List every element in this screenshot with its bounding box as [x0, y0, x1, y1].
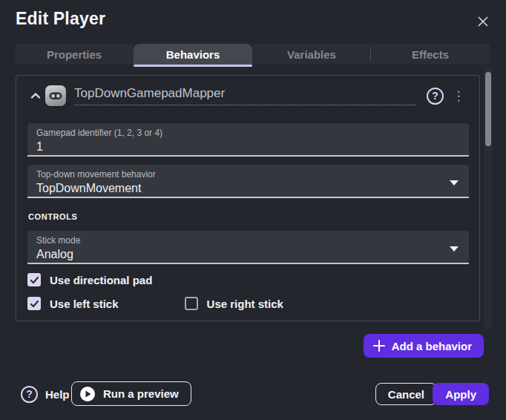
checkbox-label: Use directional pad [50, 274, 152, 286]
field-value: 1 [36, 139, 460, 154]
field-value: TopDownMovement [36, 180, 460, 196]
apply-button[interactable]: Apply [433, 383, 489, 405]
checkbox-label: Use right stick [207, 298, 283, 310]
movement-behavior-select[interactable]: Top-down movement behavior TopDownMoveme… [27, 165, 469, 198]
kebab-glyph: ⋮ [453, 88, 465, 104]
behavior-name-field[interactable]: TopDownGamepadMapper [74, 86, 416, 105]
gamepad-icon [45, 85, 66, 106]
field-value: Analog [36, 246, 460, 262]
behaviors-list-panel: TopDownGamepadMapper ? ⋮ Gamepad identif… [16, 75, 480, 321]
tab-label: Effects [412, 48, 449, 61]
help-label: Help [45, 388, 70, 401]
chevron-down-icon [450, 246, 459, 252]
run-preview-button[interactable]: Run a preview [71, 381, 191, 406]
field-label: Top-down movement behavior [36, 169, 460, 180]
stick-mode-select[interactable]: Stick mode Analog [27, 231, 469, 264]
add-behavior-label: Add a behavior [392, 340, 472, 352]
checkbox-label: Use left stick [50, 298, 119, 310]
cancel-label: Cancel [388, 388, 424, 401]
behavior-help-icon[interactable]: ? [427, 88, 444, 105]
tab-behaviors[interactable]: Behaviors [134, 44, 252, 65]
field-label: Gamepad identifier (1, 2, 3 or 4) [36, 128, 460, 138]
directional-pad-row: Use directional pad [27, 273, 152, 286]
play-icon [79, 386, 96, 402]
tab-variables[interactable]: Variables [252, 44, 371, 65]
run-preview-label: Run a preview [103, 387, 179, 400]
question-mark-glyph: ? [432, 90, 438, 102]
plus-icon [372, 339, 386, 352]
right-stick-checkbox[interactable] [185, 297, 198, 310]
sticks-row: Use left stick Use right stick [27, 297, 283, 310]
check-icon [30, 299, 39, 309]
collapse-behavior-button[interactable] [27, 87, 45, 105]
chevron-down-icon [450, 180, 459, 186]
controls-section-label: CONTROLS [28, 212, 78, 221]
directional-pad-checkbox[interactable] [27, 273, 41, 286]
left-stick-checkbox[interactable] [27, 297, 41, 310]
scrollbar-thumb[interactable] [485, 72, 491, 146]
chevron-up-icon [30, 90, 42, 102]
check-icon [30, 275, 39, 285]
tab-label: Variables [287, 48, 336, 61]
tab-bar: Properties Behaviors Variables Effects [15, 44, 490, 67]
behavior-menu-icon[interactable]: ⋮ [453, 87, 464, 105]
gamepad-identifier-input[interactable]: Gamepad identifier (1, 2, 3 or 4) 1 [27, 123, 469, 157]
field-label: Stick mode [36, 235, 460, 246]
cancel-button[interactable]: Cancel [375, 383, 437, 405]
question-mark-glyph: ? [26, 388, 33, 400]
behavior-header: TopDownGamepadMapper ? ⋮ [27, 83, 464, 108]
tab-effects[interactable]: Effects [371, 44, 490, 65]
close-icon[interactable] [475, 13, 491, 30]
tab-label: Behaviors [166, 48, 220, 61]
tab-label: Properties [47, 48, 102, 61]
apply-label: Apply [445, 388, 476, 401]
selected-tab-underline [134, 65, 252, 67]
help-button[interactable]: ? Help [21, 383, 70, 405]
close-x-glyph [477, 16, 489, 27]
add-behavior-button[interactable]: Add a behavior [364, 334, 484, 358]
page-title: Edit Player [16, 9, 105, 29]
help-icon: ? [21, 386, 38, 403]
tab-properties[interactable]: Properties [15, 44, 134, 65]
